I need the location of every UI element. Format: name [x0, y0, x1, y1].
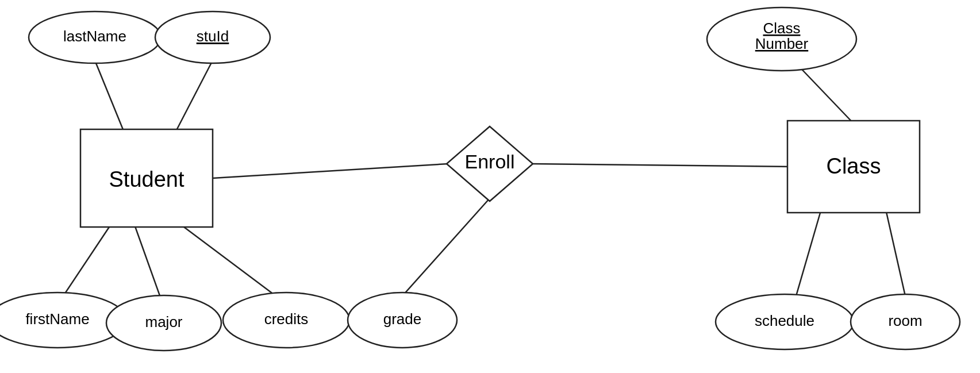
attr-credits-label: credits [264, 310, 309, 328]
svg-line-1 [172, 60, 213, 138]
attr-firstName-label: firstName [25, 310, 89, 328]
er-diagram: lastName stuId firstName major credits g… [0, 0, 980, 373]
svg-line-2 [63, 218, 115, 296]
svg-line-0 [95, 60, 126, 138]
svg-line-6 [531, 164, 793, 167]
attr-major-label: major [145, 313, 182, 330]
svg-line-8 [793, 60, 856, 126]
svg-line-3 [132, 218, 161, 299]
svg-line-4 [172, 218, 276, 296]
attr-classNumber-label-1: Class [763, 20, 800, 37]
svg-line-10 [885, 207, 905, 296]
svg-line-7 [402, 198, 490, 296]
attr-classNumber-label-2: Number [755, 35, 809, 52]
attr-grade-label: grade [383, 310, 422, 328]
attr-stuId-label: stuId [197, 28, 229, 45]
attr-room-label: room [888, 312, 922, 329]
rel-enroll-label: Enroll [465, 151, 515, 172]
attr-schedule-label: schedule [755, 312, 814, 329]
svg-line-9 [796, 207, 822, 296]
svg-line-5 [213, 164, 448, 178]
entity-class-label: Class [826, 154, 881, 178]
attr-lastName-label: lastName [63, 28, 126, 45]
entity-student-label: Student [109, 167, 185, 191]
